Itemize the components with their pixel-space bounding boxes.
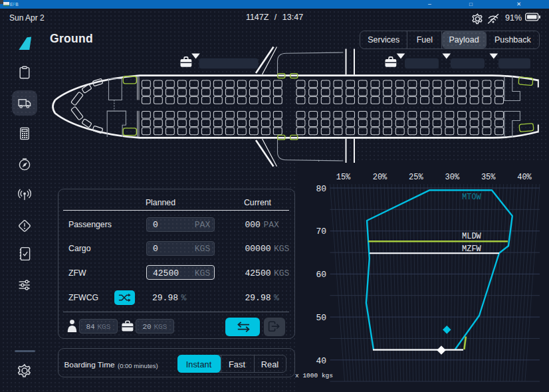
svg-text:MTOW: MTOW [462,193,482,202]
svg-text:35%: 35% [481,173,496,182]
svg-text:30%: 30% [445,173,459,182]
svg-text:70: 70 [316,227,326,237]
svg-text:40: 40 [316,356,326,366]
svg-text:MLDW: MLDW [462,232,482,241]
svg-text:x 1000 kgs: x 1000 kgs [295,372,333,379]
svg-text:15%: 15% [336,173,351,182]
svg-text:40%: 40% [517,173,532,182]
svg-text:20%: 20% [373,173,387,182]
svg-text:80: 80 [316,184,326,194]
svg-text:50: 50 [316,313,326,323]
svg-text:MZFW: MZFW [462,245,482,254]
svg-text:60: 60 [316,270,326,280]
svg-text:25%: 25% [409,173,423,182]
